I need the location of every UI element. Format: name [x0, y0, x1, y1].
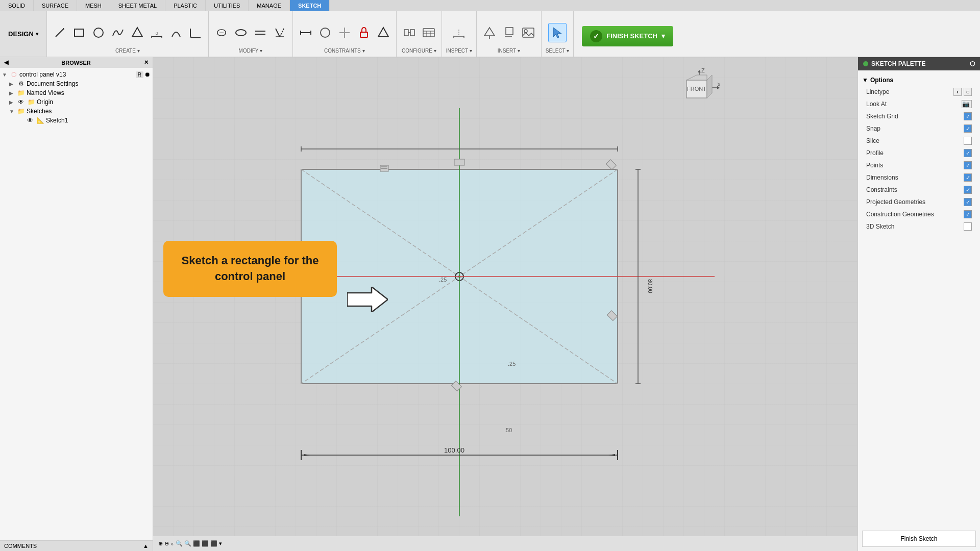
- browser-item-root[interactable]: ▼ ⬡ control panel v13 R ⏺: [0, 70, 153, 79]
- options-chevron: ▼: [862, 77, 868, 84]
- canvas-background: [153, 57, 857, 551]
- toolbar-select: SELECT ▾: [542, 11, 574, 57]
- insert-image[interactable]: [520, 23, 537, 42]
- design-button[interactable]: DESIGN ▾: [0, 11, 47, 57]
- browser-icon: ◀: [4, 59, 8, 66]
- projected-geo-checkbox[interactable]: [964, 198, 972, 206]
- browser-item-doc-settings[interactable]: ▶ ⚙ Document Settings: [0, 79, 153, 88]
- equal-tool[interactable]: [252, 23, 269, 42]
- palette-3d-sketch: 3D Sketch: [862, 220, 976, 233]
- options-label: Options: [870, 77, 893, 84]
- tree-label-sketch1: Sketch1: [46, 117, 151, 124]
- vertical-constraint[interactable]: [316, 23, 334, 42]
- svg-marker-76: [698, 70, 701, 72]
- 3d-sketch-checkbox[interactable]: [964, 222, 972, 231]
- mirror-tool[interactable]: [271, 23, 288, 42]
- tab-surface[interactable]: SURFACE: [34, 0, 77, 11]
- browser-collapse[interactable]: ✕: [144, 59, 149, 66]
- profile-checkbox[interactable]: [964, 149, 972, 157]
- tab-sheet-metal[interactable]: SHEET METAL: [110, 0, 165, 11]
- svg-line-15: [276, 29, 280, 37]
- projected-geo-label: Projected Geometries: [866, 198, 925, 206]
- browser-item-named-views[interactable]: ▶ 📁 Named Views: [0, 88, 153, 97]
- create-label[interactable]: CREATE ▾: [115, 48, 140, 55]
- palette-options-header[interactable]: ▼ Options: [862, 74, 976, 86]
- finish-sketch-palette-button[interactable]: Finish Sketch: [862, 531, 976, 547]
- comments-expand[interactable]: ▲: [143, 543, 149, 549]
- finish-sketch-icons: ✓ FINISH SKETCH ▾: [582, 13, 673, 55]
- finish-sketch-button[interactable]: ✓ FINISH SKETCH ▾: [582, 26, 673, 46]
- svg-rect-26: [410, 30, 414, 36]
- snap-checkbox[interactable]: [964, 124, 972, 133]
- linetype-btn1[interactable]: ‹: [953, 88, 962, 96]
- spline-tool[interactable]: [109, 23, 127, 42]
- ellipse-tool[interactable]: [232, 23, 250, 42]
- tab-plastic[interactable]: PLASTIC: [165, 0, 206, 11]
- constraints-label[interactable]: CONSTRAINTS ▾: [324, 48, 364, 55]
- dimensions-checkbox[interactable]: [964, 173, 972, 182]
- create-icons: d: [51, 13, 204, 48]
- svg-marker-39: [506, 28, 513, 35]
- slice-checkbox[interactable]: [964, 137, 972, 145]
- select-label[interactable]: SELECT ▾: [546, 48, 570, 55]
- modify-label[interactable]: MODIFY ▾: [239, 48, 262, 55]
- constraints-checkbox[interactable]: [964, 186, 972, 194]
- dimension-tool[interactable]: d: [148, 23, 165, 42]
- inspect-label[interactable]: INSPECT ▾: [446, 48, 472, 55]
- tab-solid[interactable]: SOLID: [0, 0, 34, 11]
- svg-rect-23: [360, 32, 368, 37]
- browser-item-origin[interactable]: ▶ 👁 📁 Origin: [0, 97, 153, 107]
- palette-profile: Profile: [862, 147, 976, 159]
- fillet-tool[interactable]: [187, 23, 204, 42]
- insert-label[interactable]: INSERT ▾: [498, 48, 520, 55]
- svg-marker-84: [707, 75, 712, 98]
- palette-expand[interactable]: ⬡: [970, 60, 975, 67]
- tab-mesh[interactable]: MESH: [77, 0, 110, 11]
- arc-tool[interactable]: [167, 23, 185, 42]
- tab-sketch[interactable]: SKETCH: [290, 0, 330, 11]
- tab-utilities[interactable]: UTILITIES: [206, 0, 249, 11]
- insert-icon1[interactable]: [481, 23, 498, 42]
- tree-label-doc-settings: Document Settings: [27, 80, 151, 87]
- status-icons: ⊕ ⊖ ⬦ 🔍 🔍 ⬛ ⬛ ⬛ ▾: [158, 540, 222, 547]
- browser-item-sketch1[interactable]: 👁 📐 Sketch1: [0, 116, 153, 125]
- browser-header: ◀ BROWSER ✕: [0, 57, 153, 68]
- sketch-palette: SKETCH PALETTE ⬡ ▼ Options Linetype ‹ ○: [857, 57, 980, 551]
- configure-label[interactable]: CONFIGURE ▾: [402, 48, 436, 55]
- svg-point-11: [236, 30, 246, 36]
- configure-icon2[interactable]: [420, 23, 437, 42]
- construction-geo-checkbox[interactable]: [964, 210, 972, 218]
- points-checkbox[interactable]: [964, 161, 972, 169]
- coincident-constraint[interactable]: [336, 23, 353, 42]
- palette-title: SKETCH PALETTE: [871, 60, 925, 67]
- lock-constraint[interactable]: [355, 23, 373, 42]
- linetype-btn2[interactable]: ○: [964, 88, 972, 96]
- tangent-constraint[interactable]: [375, 23, 392, 42]
- circle-tool[interactable]: [90, 23, 107, 42]
- browser-footer: COMMENTS ▲: [0, 540, 153, 551]
- 3d-sketch-label: 3D Sketch: [866, 223, 894, 230]
- svg-line-16: [280, 29, 284, 37]
- browser-label: BROWSER: [61, 60, 90, 66]
- rectangle-tool[interactable]: [70, 23, 88, 42]
- inspect-icon1[interactable]: [450, 23, 468, 42]
- view-cube[interactable]: Z X FRONT: [679, 67, 720, 108]
- canvas-area[interactable]: 80.00 100.00 .25 .50 .25 .50 Sketch a re…: [153, 57, 857, 551]
- status-bar: ⊕ ⊖ ⬦ 🔍 🔍 ⬛ ⬛ ⬛ ▾: [153, 536, 857, 551]
- line-tool[interactable]: [51, 23, 68, 42]
- look-at-btn[interactable]: 📷: [962, 100, 972, 108]
- slot-tool[interactable]: [213, 23, 230, 42]
- insert-icon2[interactable]: [500, 23, 518, 42]
- configure-icon1[interactable]: [401, 23, 418, 42]
- browser-item-sketches[interactable]: ▼ 📁 Sketches: [0, 107, 153, 116]
- horizontal-constraint[interactable]: [297, 23, 314, 42]
- tab-manage[interactable]: MANAGE: [249, 0, 290, 11]
- palette-snap: Snap: [862, 122, 976, 135]
- polygon-tool[interactable]: [129, 23, 146, 42]
- select-icon[interactable]: [548, 23, 567, 42]
- palette-constraints: Constraints: [862, 184, 976, 196]
- finish-check-icon: ✓: [590, 30, 602, 42]
- sketch-grid-checkbox[interactable]: [964, 112, 972, 120]
- svg-rect-25: [404, 30, 408, 36]
- inspect-icons: [450, 13, 468, 48]
